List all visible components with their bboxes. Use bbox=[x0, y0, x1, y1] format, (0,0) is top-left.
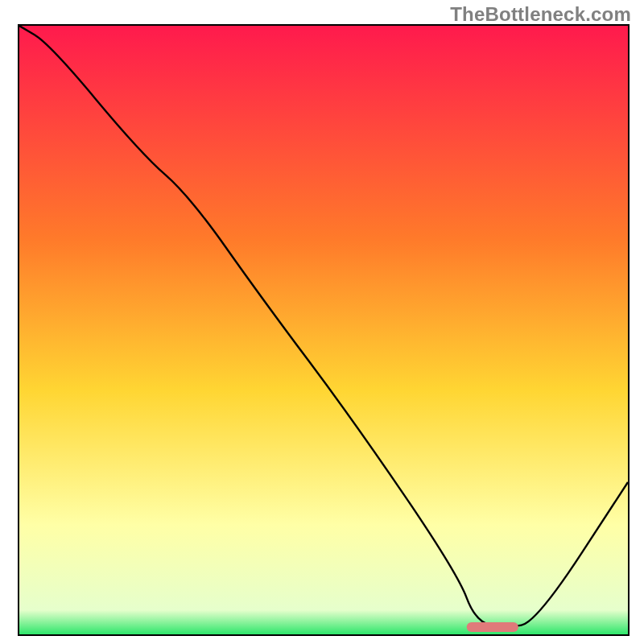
chart-frame bbox=[18, 24, 630, 636]
optimum-marker bbox=[467, 622, 518, 632]
watermark-text: TheBottleneck.com bbox=[450, 3, 631, 26]
chart-svg bbox=[19, 26, 628, 634]
